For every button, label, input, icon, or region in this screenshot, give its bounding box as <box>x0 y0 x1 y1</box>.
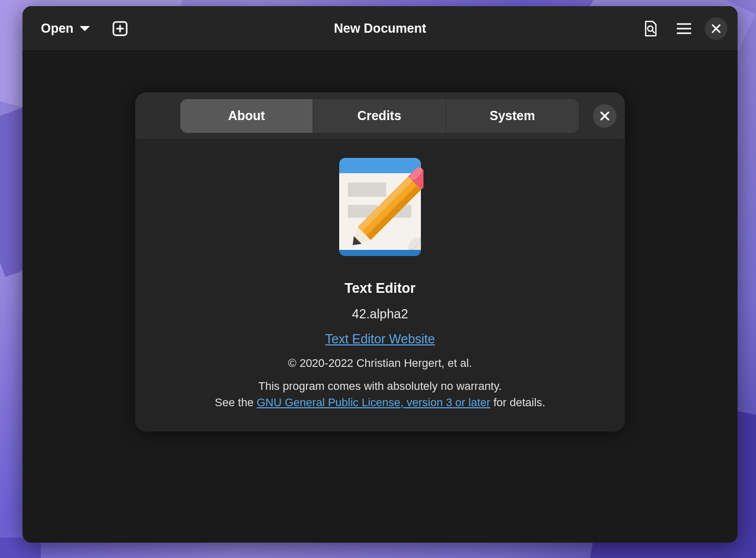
text-editor-window: Open New Document <box>22 6 738 543</box>
document-search-icon <box>643 20 658 37</box>
window-title: New Document <box>334 21 427 36</box>
chevron-down-icon <box>80 26 90 31</box>
open-button-label: Open <box>41 21 74 36</box>
search-button[interactable] <box>637 16 663 41</box>
website-link[interactable]: Text Editor Website <box>325 332 435 346</box>
close-icon <box>712 24 721 33</box>
new-tab-icon <box>112 21 128 36</box>
warranty-prefix: See the <box>215 396 257 409</box>
license-link[interactable]: GNU General Public License, version 3 or… <box>257 396 490 409</box>
warranty-suffix: for details. <box>490 396 546 409</box>
dialog-header: About Credits System <box>135 92 625 140</box>
tab-about[interactable]: About <box>180 99 313 133</box>
editor-area[interactable]: About Credits System <box>22 51 738 543</box>
tab-switcher: About Credits System <box>180 99 579 133</box>
warranty-line1: This program comes with absolutely no wa… <box>258 380 502 392</box>
app-version: 42.alpha2 <box>352 307 408 321</box>
tab-label: About <box>228 108 265 123</box>
app-name: Text Editor <box>344 281 415 296</box>
tab-system[interactable]: System <box>446 99 579 133</box>
new-tab-button[interactable] <box>107 16 133 41</box>
tab-credits[interactable]: Credits <box>313 99 446 133</box>
headerbar: Open New Document <box>22 6 738 51</box>
window-close-button[interactable] <box>705 17 727 40</box>
svg-rect-17 <box>348 182 386 197</box>
menu-button[interactable] <box>671 16 697 41</box>
close-icon <box>600 111 609 121</box>
copyright-text: © 2020-2022 Christian Hergert, et al. <box>288 357 472 370</box>
headerbar-right <box>637 16 727 41</box>
tab-label: Credits <box>357 108 401 123</box>
svg-line-4 <box>652 30 655 33</box>
about-dialog: About Credits System <box>135 92 625 431</box>
dialog-close-button[interactable] <box>593 104 617 128</box>
headerbar-left: Open <box>33 16 133 41</box>
hamburger-icon <box>677 23 691 34</box>
app-icon <box>337 158 423 260</box>
open-button[interactable]: Open <box>33 16 98 41</box>
tab-label: System <box>490 108 535 123</box>
dialog-body: Text Editor 42.alpha2 Text Editor Websit… <box>135 140 625 431</box>
warranty-text: This program comes with absolutely no wa… <box>215 378 546 411</box>
